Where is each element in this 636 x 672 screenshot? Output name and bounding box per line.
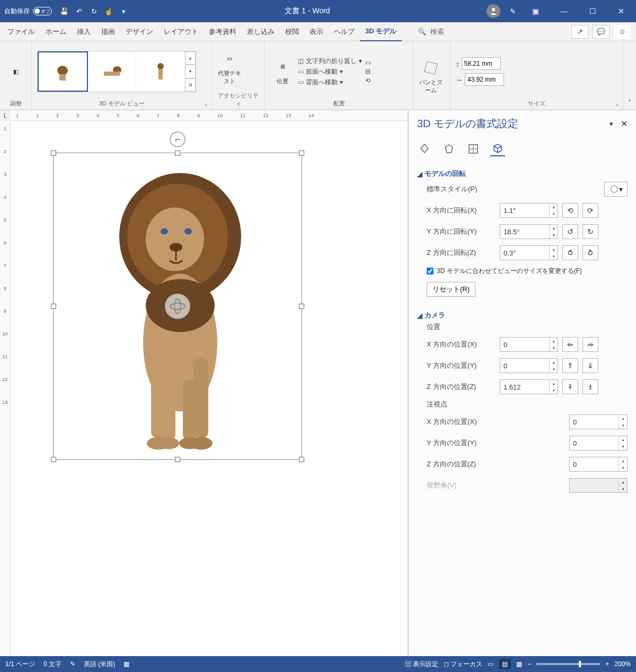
redo-icon[interactable]: ↻ [89,6,99,16]
resize-handle[interactable] [51,151,56,156]
y-pos-down-icon[interactable]: ⇓ [582,358,598,373]
tab-review[interactable]: 校閲 [280,23,304,41]
pan-zoom-button[interactable]: パンとズーム [419,57,443,97]
display-settings-button[interactable]: ▤ 表示設定 [405,660,438,669]
gallery-more-icon[interactable]: ⊟ [185,78,196,92]
z-pos-out-icon[interactable]: ⤈ [582,379,598,394]
tab-mailings[interactable]: 差し込み [242,23,280,41]
vertical-ruler[interactable]: 12345678910111213 [0,121,11,656]
reset-button[interactable]: リセット(R) [427,282,475,297]
fit-view-checkbox[interactable] [427,268,434,275]
y-rot-right-icon[interactable]: ↻ [582,224,598,239]
pane-options-icon[interactable]: ▾ [610,120,613,128]
tab-insert[interactable]: 挿入 [72,23,96,41]
send-backward-button[interactable]: ▭ 背面へ移動 ▾ [298,78,362,87]
tab-design[interactable]: デザイン [120,23,158,41]
selection-pane-icon[interactable]: ▭ [365,59,371,66]
views-dialog-launcher-icon[interactable]: ↘ [204,102,210,108]
minimize-button[interactable]: — [553,4,575,19]
zoom-out-button[interactable]: − [527,660,531,668]
qat-dropdown-icon[interactable]: ▾ [119,6,128,16]
resize-handle[interactable] [175,151,180,156]
tab-file[interactable]: ファイル [2,23,40,41]
y-pos-up-icon[interactable]: ⇑ [562,358,578,373]
model-view-gallery[interactable]: ▴ ▾ ⊟ [37,51,196,92]
x-rot-right-icon[interactable]: ⟳ [582,203,598,218]
layout-options-icon[interactable]: ⤺ [170,131,186,147]
x-rot-left-icon[interactable]: ⟲ [562,203,578,218]
adjust-button[interactable]: ◧ [5,51,26,92]
preset-dropdown[interactable]: ▾ [604,182,628,197]
pane-close-icon[interactable]: ✕ [621,119,628,129]
align-icon[interactable]: ⊟ [365,68,371,75]
wrap-text-button[interactable]: ◫ 文字列の折り返し ▾ [298,57,362,66]
resize-handle[interactable] [299,304,304,309]
horizontal-ruler[interactable]: 11234567891011121314 [0,110,408,121]
x-pos-left-icon[interactable]: ⇐ [562,337,578,352]
zoom-slider[interactable] [536,663,600,665]
tab-3d-model[interactable]: 3D モデル [360,22,402,41]
x-position-input[interactable]: 0▴▾ [500,337,558,352]
x-pos-right-icon[interactable]: ⇒ [582,337,598,352]
gallery-view-2[interactable] [88,51,137,92]
undo-icon[interactable]: ↶ [74,6,84,16]
share-button[interactable]: ↗ [571,25,588,39]
tab-home[interactable]: ホーム [40,23,72,41]
resize-handle[interactable] [51,304,56,309]
model-selection-box[interactable] [53,153,302,460]
web-layout-icon[interactable]: ▦ [516,660,522,668]
zoom-level[interactable]: 200% [614,660,631,668]
word-count[interactable]: 0 文字 [43,660,61,669]
position-button[interactable]: ⊞位置 [270,51,295,92]
effects-tab-icon[interactable] [441,142,456,156]
zoom-in-button[interactable]: + [605,660,609,668]
look-x-input[interactable]: 0▴▾ [569,414,628,429]
gallery-view-3[interactable] [136,51,185,92]
tab-view[interactable]: 表示 [304,23,329,41]
print-layout-icon[interactable]: ▤ [499,659,511,669]
language-indicator[interactable]: 英語 (米国) [84,660,115,669]
smiley-icon[interactable]: ☺ [614,25,631,39]
z-rot-cw-icon[interactable]: ⥁ [582,245,598,260]
resize-handle[interactable] [299,457,304,462]
page-indicator[interactable]: 1/1 ページ [5,660,35,669]
rotate-icon[interactable]: ⟲ [365,77,371,84]
comments-button[interactable]: 💬 [593,25,610,39]
focus-mode-button[interactable]: ◻ フォーカス [444,660,482,669]
tab-draw[interactable]: 描画 [96,23,120,41]
collapse-ribbon-icon[interactable]: ˄ [623,41,636,110]
y-position-input[interactable]: 0▴▾ [500,358,558,373]
look-z-input[interactable]: 0▴▾ [569,457,628,472]
width-input[interactable] [465,73,504,86]
search-button[interactable]: 🔍 検索 [418,27,444,37]
tab-help[interactable]: ヘルプ [329,23,360,41]
read-mode-icon[interactable]: ▭ [488,660,493,668]
x-rotation-input[interactable]: 1.1°▴▾ [500,203,558,218]
height-input[interactable] [462,57,501,70]
z-position-input[interactable]: 1.612▴▾ [500,379,558,394]
look-y-input[interactable]: 0▴▾ [569,436,628,450]
user-avatar-icon[interactable] [487,4,500,18]
document-area[interactable]: L 11234567891011121314 12345678910111213… [0,110,408,656]
save-icon[interactable]: 💾 [59,6,69,16]
gallery-view-1[interactable] [38,51,88,92]
ribbon-display-icon[interactable]: ▣ [525,4,546,19]
bring-forward-button[interactable]: ▭ 前面へ移動 ▾ [298,67,362,76]
y-rot-left-icon[interactable]: ↺ [562,224,578,239]
coming-soon-icon[interactable]: ✎ [508,6,517,16]
camera-section-toggle[interactable]: ◢ カメラ [417,311,628,320]
resize-handle[interactable] [299,151,304,156]
tab-layout[interactable]: レイアウト [158,23,204,41]
touch-mode-icon[interactable]: ☝ [104,6,113,16]
tab-references[interactable]: 参考資料 [204,23,242,41]
gallery-up-icon[interactable]: ▴ [185,51,196,65]
size-tab-icon[interactable] [466,142,481,156]
3d-tab-icon[interactable] [490,142,505,156]
macro-icon[interactable]: ▦ [123,660,129,668]
close-button[interactable]: ✕ [611,4,632,19]
maximize-button[interactable]: ☐ [582,4,603,19]
fill-tab-icon[interactable] [417,142,432,156]
alt-text-button[interactable]: ▭代替テキスト [217,48,242,88]
autosave-toggle[interactable]: 自動保存 オフ [4,7,52,16]
gallery-down-icon[interactable]: ▾ [185,65,196,78]
